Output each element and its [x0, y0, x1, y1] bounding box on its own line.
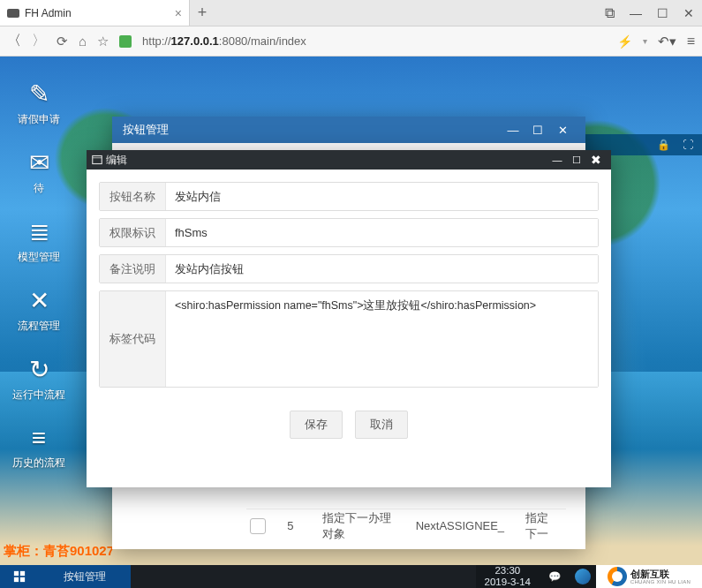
- desc-input[interactable]: [166, 255, 598, 283]
- dialog-icon: [92, 155, 102, 165]
- window1-minimize-icon[interactable]: —: [501, 124, 525, 137]
- svg-rect-2: [14, 571, 19, 576]
- window1-titlebar[interactable]: 按钮管理 — ☐ ✕: [112, 117, 585, 143]
- dialog-minimize-icon[interactable]: —: [547, 155, 567, 165]
- refresh-icon: ↻: [29, 355, 49, 384]
- table-row[interactable]: 5 指定下一办理对象 NextASSIGNEE_ 指定下一: [246, 509, 566, 542]
- browser-tab[interactable]: FH Admin ×: [0, 0, 190, 26]
- svg-rect-0: [93, 156, 102, 164]
- code-label: 标签代码: [100, 291, 166, 387]
- address-bar: 〈 〉 ⟳ ⌂ ☆ http://127.0.0.1:8080/main/ind…: [0, 26, 702, 57]
- start-button[interactable]: [0, 565, 39, 588]
- sidebar-label: 待: [34, 181, 44, 196]
- window1-maximize-icon[interactable]: ☐: [525, 124, 550, 137]
- row-checkbox[interactable]: [246, 518, 269, 534]
- shield-icon[interactable]: [119, 35, 132, 48]
- svg-rect-3: [20, 571, 25, 576]
- sidebar-item-running[interactable]: ↻运行中流程: [12, 355, 65, 403]
- sidebar-item-model[interactable]: ≣模型管理: [18, 217, 60, 265]
- edit-form: 按钮名称 权限标识 备注说明 标签代码 保存 取消: [87, 170, 611, 455]
- sidebar-label: 流程管理: [18, 319, 60, 334]
- bolt-caret[interactable]: ▾: [643, 36, 647, 46]
- logo-text-en: CHUANG XIN HU LIAN: [630, 579, 691, 584]
- history-icon: ≡: [32, 424, 46, 452]
- window-minimize-icon[interactable]: —: [623, 6, 649, 20]
- dialog-actions: 保存 取消: [99, 395, 599, 455]
- sidebar: ✎请假申请 ✉待 ≣模型管理 ✕流程管理 ↻运行中流程 ≡历史的流程: [0, 57, 78, 471]
- taskbar-avatar[interactable]: [570, 569, 596, 584]
- nav-forward-icon[interactable]: 〉: [32, 32, 46, 50]
- sidebar-item-leave[interactable]: ✎请假申请: [18, 79, 60, 127]
- row-c3: 指定下一: [515, 510, 566, 542]
- mail-icon: ✉: [29, 148, 49, 177]
- taskbar-clock[interactable]: 23:30 2019-3-14: [476, 565, 540, 587]
- window1-close-icon[interactable]: ✕: [550, 124, 575, 137]
- dialog-close-icon[interactable]: ✖: [586, 153, 606, 167]
- home-icon[interactable]: ⌂: [79, 34, 87, 49]
- code-textarea[interactable]: [166, 291, 598, 387]
- desc-label: 备注说明: [100, 255, 166, 283]
- perm-input[interactable]: [166, 219, 598, 246]
- browser-titlebar: FH Admin × + ⧉ — ☐ ✕: [0, 0, 702, 26]
- sidebar-label: 运行中流程: [12, 388, 65, 403]
- svg-rect-4: [14, 577, 19, 582]
- window1-title: 按钮管理: [123, 122, 169, 138]
- dialog-titlebar[interactable]: 编辑 — ☐ ✖: [87, 150, 611, 170]
- clock-date: 2019-3-14: [485, 577, 531, 588]
- window-close-icon[interactable]: ✕: [676, 6, 702, 20]
- page-content: 🔒 ⛶ ✎请假申请 ✉待 ≣模型管理 ✕流程管理 ↻运行中流程 ≡历史的流程 掌…: [0, 57, 702, 565]
- logo-mark-icon: [608, 567, 627, 586]
- taskbar: 按钮管理 23:30 2019-3-14 💬 创新互联 CHUANG XIN H…: [0, 565, 702, 588]
- name-input[interactable]: [166, 183, 598, 210]
- sidebar-item-process[interactable]: ✕流程管理: [18, 286, 60, 334]
- row-c2: NextASSIGNEE_: [405, 519, 515, 532]
- url-scheme: http://: [142, 34, 171, 48]
- row-num: 5: [269, 519, 311, 532]
- window-controls: ⧉ — ☐ ✕: [596, 0, 702, 26]
- save-button[interactable]: 保存: [290, 411, 343, 439]
- lock-icon[interactable]: 🔒: [657, 139, 670, 151]
- logo-text-cn: 创新互联: [630, 569, 691, 579]
- name-label: 按钮名称: [100, 183, 166, 210]
- chat-icon[interactable]: 💬: [540, 570, 570, 583]
- nav-back-icon[interactable]: 〈: [7, 32, 21, 50]
- field-row-perm: 权限标识: [99, 218, 599, 247]
- brand-logo[interactable]: 创新互联 CHUANG XIN HU LIAN: [596, 565, 702, 588]
- sidebar-item-pending[interactable]: ✉待: [29, 148, 49, 196]
- expand-icon[interactable]: ⛶: [683, 139, 693, 151]
- field-row-name: 按钮名称: [99, 182, 599, 211]
- sidebar-label: 历史的流程: [12, 456, 65, 471]
- sidebar-item-history[interactable]: ≡历史的流程: [12, 424, 65, 471]
- sidebar-label: 模型管理: [18, 250, 60, 265]
- reload-icon[interactable]: ⟳: [57, 34, 68, 49]
- edit-icon: ✎: [29, 79, 49, 109]
- tab-close-icon[interactable]: ×: [175, 6, 182, 20]
- dialog-edit: 编辑 — ☐ ✖ 按钮名称 权限标识 备注说明 标签代码: [87, 150, 611, 487]
- tab-title: FH Admin: [25, 7, 72, 19]
- hamburger-menu-icon[interactable]: ≡: [687, 34, 695, 49]
- perm-label: 权限标识: [100, 219, 166, 246]
- favorite-icon[interactable]: ☆: [97, 34, 109, 49]
- shuffle-icon: ✕: [29, 286, 49, 315]
- undo-dropdown-icon[interactable]: ↶▾: [658, 34, 676, 49]
- dialog-maximize-icon[interactable]: ☐: [567, 155, 586, 166]
- tab-favicon: [7, 9, 19, 18]
- row-c1: 指定下一办理对象: [312, 510, 405, 542]
- list-icon: ≣: [29, 217, 49, 246]
- speed-icon[interactable]: ⚡: [617, 34, 632, 49]
- windows-icon: [13, 570, 26, 583]
- dialog-title: 编辑: [106, 153, 127, 168]
- url-display[interactable]: http://127.0.0.1:8080/main/index: [142, 34, 607, 48]
- shopkeeper-label: 掌柜：青苔901027: [4, 543, 114, 560]
- taskbar-item-label: 按钮管理: [64, 570, 106, 584]
- url-host: 127.0.0.1: [171, 34, 219, 48]
- clock-time: 23:30: [494, 565, 520, 577]
- field-row-desc: 备注说明: [99, 254, 599, 283]
- svg-rect-5: [20, 577, 25, 582]
- app-overlay-icon[interactable]: ⧉: [596, 5, 623, 21]
- url-path: :8080/main/index: [219, 34, 306, 48]
- new-tab-button[interactable]: +: [190, 0, 215, 26]
- taskbar-item[interactable]: 按钮管理: [39, 565, 131, 588]
- cancel-button[interactable]: 取消: [355, 411, 408, 439]
- window-maximize-icon[interactable]: ☐: [649, 6, 676, 20]
